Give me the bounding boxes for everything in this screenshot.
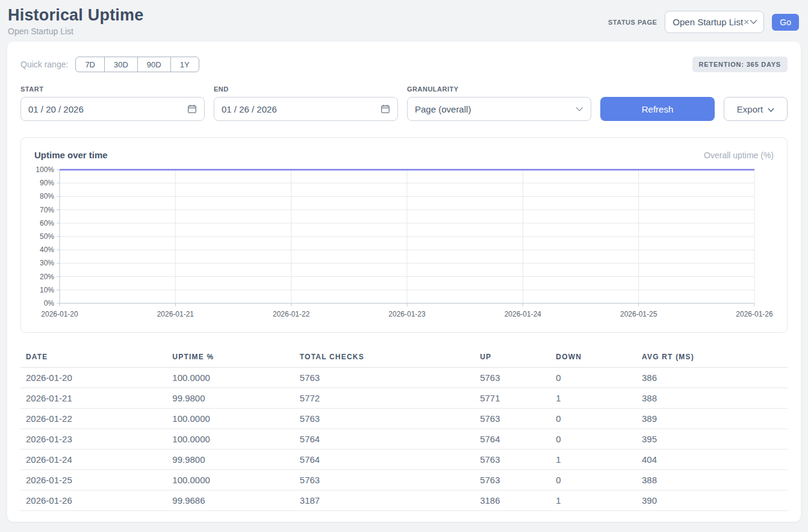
go-button[interactable]: Go — [772, 14, 799, 31]
cell-total-checks: 5763 — [294, 470, 474, 490]
y-axis-tick-label: 100% — [36, 165, 54, 174]
cell-total-checks: 5764 — [294, 450, 474, 470]
table-row: 2026-01-25100.0000576357630388 — [20, 470, 788, 490]
topbar: Historical Uptime Open Startup List STAT… — [0, 0, 808, 42]
start-date-input[interactable]: 01 / 20 / 2026 — [20, 97, 205, 121]
cell-avg-rt-ms-: 388 — [636, 388, 788, 409]
y-axis-tick-label: 10% — [40, 286, 54, 294]
page-title: Historical Uptime — [8, 6, 143, 25]
granularity-select[interactable]: Page (overall) — [407, 97, 591, 121]
cell-uptime-: 99.9800 — [167, 388, 294, 409]
cell-down: 0 — [550, 429, 636, 450]
granularity-label: GRANULARITY — [407, 85, 591, 93]
filter-controls-row: START 01 / 20 / 2026 END 01 / 26 / 2026 … — [20, 85, 788, 121]
status-page-label: STATUS PAGE — [608, 19, 657, 26]
cell-down: 0 — [550, 409, 636, 429]
status-page-select[interactable]: Open Startup List × — [665, 11, 764, 33]
cell-date: 2026-01-25 — [20, 470, 167, 490]
chevron-down-icon — [768, 104, 774, 114]
chevron-down-icon — [750, 19, 757, 25]
status-page-value: Open Startup List — [673, 17, 743, 27]
chevron-down-icon — [576, 107, 583, 112]
cell-date: 2026-01-22 — [20, 409, 167, 429]
start-date-value: 01 / 20 / 2026 — [28, 104, 84, 114]
y-axis-tick-label: 30% — [40, 259, 54, 267]
quick-range-90d-button[interactable]: 90D — [137, 57, 171, 72]
cell-date: 2026-01-21 — [20, 388, 167, 409]
cell-avg-rt-ms-: 389 — [636, 409, 788, 429]
table-row: 2026-01-20100.0000576357630386 — [20, 368, 788, 388]
column-header-date: DATE — [20, 347, 167, 368]
cell-avg-rt-ms-: 386 — [636, 368, 788, 388]
cell-up: 5771 — [474, 388, 550, 409]
cell-uptime-: 100.0000 — [167, 409, 294, 429]
granularity-value: Page (overall) — [415, 104, 471, 114]
chart-title: Uptime over time — [34, 150, 108, 160]
cell-total-checks: 5772 — [294, 388, 474, 409]
column-header-down: DOWN — [550, 347, 636, 368]
y-axis-tick-label: 0% — [44, 299, 55, 308]
table-row: 2026-01-2499.9800576457631404 — [20, 450, 788, 470]
cell-down: 1 — [550, 490, 636, 511]
quick-range-1y-button[interactable]: 1Y — [170, 57, 199, 72]
chart-legend-item[interactable]: Overall uptime (%) — [704, 150, 774, 160]
y-axis-tick-label: 20% — [40, 273, 54, 281]
x-axis-tick-label: 2026-01-25 — [620, 310, 657, 318]
table-row: 2026-01-22100.0000576357630389 — [20, 409, 788, 429]
x-axis-tick-label: 2026-01-26 — [736, 310, 773, 318]
y-axis-tick-label: 70% — [40, 206, 54, 214]
chart-card: Uptime over time Overall uptime (%) 0%10… — [20, 137, 788, 333]
table-row: 2026-01-2199.9800577257711388 — [20, 388, 788, 409]
uptime-chart-svg: 0%10%20%30%40%50%60%70%80%90%100%2026-01… — [26, 165, 780, 325]
cell-total-checks: 5764 — [294, 429, 474, 450]
title-block: Historical Uptime Open Startup List — [8, 6, 143, 36]
start-date-field: START 01 / 20 / 2026 — [20, 85, 205, 121]
cell-avg-rt-ms-: 388 — [636, 470, 788, 490]
calendar-icon[interactable] — [187, 104, 197, 114]
x-axis-tick-label: 2026-01-21 — [157, 310, 194, 318]
cell-uptime-: 99.9686 — [167, 490, 294, 511]
cell-avg-rt-ms-: 395 — [636, 429, 788, 450]
column-header-uptime-: UPTIME % — [167, 347, 294, 368]
uptime-line-chart: 0%10%20%30%40%50%60%70%80%90%100%2026-01… — [21, 165, 787, 327]
export-button-label: Export — [737, 104, 763, 114]
refresh-button[interactable]: Refresh — [600, 97, 715, 121]
cell-date: 2026-01-23 — [20, 429, 167, 450]
cell-up: 5763 — [474, 368, 550, 388]
column-header-avg-rt-ms-: AVG RT (MS) — [636, 347, 788, 368]
quick-range-row: Quick range: 7D30D90D1Y RETENTION: 365 D… — [20, 57, 788, 72]
column-header-up: UP — [474, 347, 550, 368]
cell-date: 2026-01-20 — [20, 368, 167, 388]
export-button[interactable]: Export — [724, 97, 788, 121]
y-axis-tick-label: 50% — [40, 232, 54, 241]
cell-uptime-: 100.0000 — [167, 470, 294, 490]
y-axis-tick-label: 80% — [40, 192, 54, 200]
retention-badge: RETENTION: 365 DAYS — [692, 57, 788, 72]
table-row: 2026-01-2699.9686318731861390 — [20, 490, 788, 511]
status-page-controls: STATUS PAGE Open Startup List × Go — [608, 11, 799, 33]
column-header-total-checks: TOTAL CHECKS — [294, 347, 474, 368]
table-header-row: DATEUPTIME %TOTAL CHECKSUPDOWNAVG RT (MS… — [20, 347, 788, 368]
cell-up: 3186 — [474, 490, 550, 511]
quick-range-group: 7D30D90D1Y — [75, 57, 199, 72]
clear-icon[interactable]: × — [744, 17, 749, 27]
cell-down: 0 — [550, 470, 636, 490]
cell-up: 5763 — [474, 409, 550, 429]
cell-down: 1 — [550, 388, 636, 409]
page-subtitle: Open Startup List — [8, 26, 143, 36]
cell-avg-rt-ms-: 404 — [636, 450, 788, 470]
cell-up: 5764 — [474, 429, 550, 450]
y-axis-tick-label: 90% — [40, 179, 54, 187]
end-date-input[interactable]: 01 / 26 / 2026 — [214, 97, 398, 121]
cell-down: 1 — [550, 450, 636, 470]
cell-up: 5763 — [474, 450, 550, 470]
calendar-icon[interactable] — [381, 104, 390, 114]
quick-range-7d-button[interactable]: 7D — [75, 57, 105, 72]
cell-total-checks: 5763 — [294, 368, 474, 388]
cell-uptime-: 99.9800 — [167, 450, 294, 470]
cell-date: 2026-01-24 — [20, 450, 167, 470]
end-date-value: 01 / 26 / 2026 — [222, 104, 277, 114]
quick-range-30d-button[interactable]: 30D — [104, 57, 138, 72]
cell-avg-rt-ms-: 390 — [636, 490, 788, 511]
cell-date: 2026-01-26 — [20, 490, 167, 511]
